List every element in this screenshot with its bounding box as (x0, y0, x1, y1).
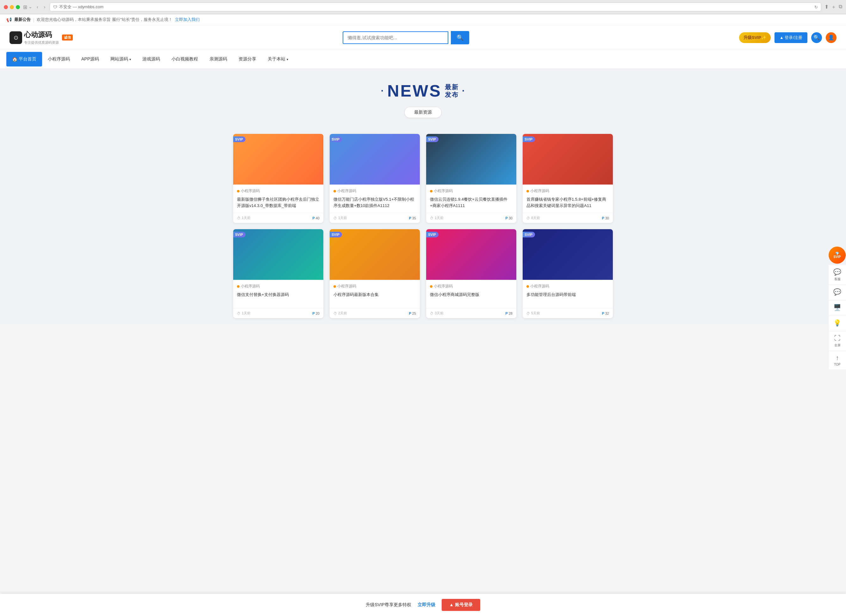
search-button[interactable]: 🔍 (451, 31, 469, 44)
clock-icon: ⏱ (333, 216, 337, 220)
sidebar-item-website[interactable]: 网站源码 ▾ (105, 52, 137, 66)
card-item[interactable]: SVIP 小程序源码 首席赚钱省钱专家小程序1.5.8+前端+修复商品和搜索关键… (523, 134, 613, 223)
card-body: 小程序源码 小程序源码最新版本合集 (330, 280, 420, 308)
login-register-button[interactable]: ▲ 登录/注册 (774, 32, 808, 43)
points-icon: P (312, 312, 314, 315)
card-category: 小程序源码 (430, 188, 513, 194)
card-category: 小程序源码 (333, 284, 416, 289)
clock-icon: ⏱ (237, 312, 241, 315)
card-category: 小程序源码 (237, 188, 320, 194)
category-dot (333, 285, 336, 288)
svip-badge: SVIP (233, 137, 245, 142)
points-icon: P (409, 216, 411, 220)
card-thumbnail: SVIP (233, 229, 323, 280)
sidebar-item-app[interactable]: APP源码 (76, 52, 105, 66)
category-label: 小程序源码 (337, 188, 356, 194)
announcement-link[interactable]: 立即加入我们 (175, 17, 200, 22)
svip-float-button[interactable]: 💎 SVIP (828, 247, 846, 264)
customer-service-button[interactable]: 💬 客服 (828, 265, 846, 285)
address-bar[interactable]: 🛡 不安全 — xdymbbs.com ↻ (50, 3, 821, 12)
announcement-badge: 最新公告 (14, 17, 31, 22)
card-time: ⏱ 2天前 (333, 311, 347, 316)
header-search-icon-button[interactable]: 🔍 (811, 32, 822, 43)
new-tab-icon[interactable]: ＋ (831, 4, 836, 10)
sidebar-item-tested[interactable]: 亲测源码 (204, 52, 233, 66)
card-item[interactable]: SVIP 小程序源码 多功能管理后台源码带前端 ⏱ 5天前 P 32 (523, 229, 613, 318)
card-item[interactable]: SVIP 小程序源码 最新版微信狮子鱼社区团购小程序去后门独立开源版v14.3.… (233, 134, 323, 223)
svip-badge: SVIP (330, 232, 342, 237)
card-body: 小程序源码 最新版微信狮子鱼社区团购小程序去后门独立开源版v14.3.0_带数据… (233, 185, 323, 213)
sidebar-item-miniprogram[interactable]: 小程序源码 (42, 52, 76, 66)
chevron-down-icon[interactable]: ⌄ (28, 4, 32, 10)
announcement-icon: 📢 (6, 17, 12, 22)
card-price: P 28 (505, 312, 513, 315)
card-title: 微信支付替换+支付换器源码 (237, 291, 320, 304)
sidebar-toggle-icon[interactable]: ⊞ (23, 4, 27, 10)
svip-upgrade-button[interactable]: 升级SVIP✨ (739, 32, 771, 43)
tabs-icon[interactable]: ⧉ (839, 4, 842, 10)
computer-button[interactable]: 🖥️ (828, 300, 846, 316)
card-item[interactable]: SVIP 小程序源码 微信支付替换+支付换器源码 ⏱ 1天前 P 20 (233, 229, 323, 318)
search-input[interactable] (343, 31, 448, 44)
light-button[interactable]: 💡 (828, 316, 846, 325)
maximize-button[interactable] (16, 5, 20, 9)
clock-icon: ⏱ (430, 312, 433, 315)
customer-service-label: 客服 (834, 277, 841, 281)
clock-icon: ⏱ (237, 216, 241, 220)
card-item[interactable]: SVIP 小程序源码 小程序源码最新版本合集 ⏱ 2天前 P 25 (330, 229, 420, 318)
svip-badge: SVIP (426, 232, 439, 237)
main-navigation: 🏠 平台首页 小程序源码 APP源码 网站源码 ▾ 游戏源码 小白视频教程 亲测… (0, 50, 846, 69)
card-title: 小程序源码最新版本合集 (333, 291, 416, 304)
card-price: P 32 (602, 312, 609, 315)
cards-section: SVIP 小程序源码 最新版微信狮子鱼社区团购小程序去后门独立开源版v14.3.… (0, 131, 846, 325)
card-time: ⏱ 3天前 (430, 311, 444, 316)
category-label: 小程序源码 (241, 284, 260, 289)
forward-button[interactable]: › (43, 4, 47, 10)
sidebar-item-video[interactable]: 小白视频教程 (166, 52, 204, 66)
security-icon: 🛡 (53, 5, 57, 9)
card-body: 小程序源码 微信小程序商城源码完整版 (426, 280, 516, 308)
tab-latest-resources[interactable]: 最新资源 (404, 107, 442, 118)
svip-badge: SVIP (330, 137, 342, 142)
logo-area: ⊙ 心动源码 专注提供优质源码资源 诚信 (9, 30, 73, 45)
points-icon: P (602, 312, 604, 315)
sidebar-item-game[interactable]: 游戏源码 (137, 52, 166, 66)
search-area: 🔍 (343, 31, 469, 44)
category-dot (237, 285, 239, 288)
card-category: 小程序源码 (237, 284, 320, 289)
back-button[interactable]: ‹ (35, 4, 40, 10)
hero-section: · NEWS 最新 发布 · 最新资源 (0, 69, 846, 131)
wechat-button[interactable]: 💬 (828, 285, 846, 300)
sidebar-item-resources[interactable]: 资源分享 (233, 52, 262, 66)
card-item[interactable]: SVIP 小程序源码 微信小程序商城源码完整版 ⏱ 3天前 P 28 (426, 229, 516, 318)
card-item[interactable]: SVIP 小程序源码 微信万能门店小程序独立版V5.1+不限制小程序生成数量+数… (330, 134, 420, 223)
computer-icon: 🖥️ (833, 304, 841, 311)
close-button[interactable] (4, 5, 8, 9)
hero-subtitle-1: 最新 (445, 83, 459, 91)
chevron-down-icon-2: ▾ (286, 57, 288, 61)
svip-badge: SVIP (523, 137, 535, 142)
card-category: 小程序源码 (430, 284, 513, 289)
user-avatar-button[interactable]: 👤 (826, 32, 837, 43)
card-item[interactable]: SVIP 小程序源码 微信云贝连锁1.9.4餐饮+云贝餐饮直播插件+商家小程序A… (426, 134, 516, 223)
category-label: 小程序源码 (241, 188, 260, 194)
logo[interactable]: ⊙ 心动源码 专注提供优质源码资源 (9, 30, 59, 45)
reload-icon[interactable]: ↻ (814, 5, 818, 9)
card-thumbnail: SVIP (330, 229, 420, 280)
card-body: 小程序源码 首席赚钱省钱专家小程序1.5.8+前端+修复商品和搜索关键词显示异常… (523, 185, 613, 213)
card-time: ⏱ 8天前 (526, 216, 540, 220)
card-footer: ⏱ 1天前 P 40 (233, 213, 323, 223)
clock-icon: ⏱ (333, 312, 337, 315)
minimize-button[interactable] (10, 5, 14, 9)
points-icon: P (602, 216, 604, 220)
sidebar-item-home[interactable]: 🏠 平台首页 (6, 52, 42, 66)
card-footer: ⏱ 1天前 P 35 (330, 213, 420, 223)
sidebar-item-about[interactable]: 关于本站 ▾ (262, 52, 294, 66)
share-icon[interactable]: ⬆ (824, 4, 828, 10)
card-time: ⏱ 1天前 (430, 216, 444, 220)
card-category: 小程序源码 (333, 188, 416, 194)
side-widgets: 💎 SVIP 💬 客服 💬 🖥️ 💡 ⛶ 全屏 ↑ TOP (828, 247, 846, 325)
card-title: 首席赚钱省钱专家小程序1.5.8+前端+修复商品和搜索关键词显示异常的问题A11 (526, 196, 609, 209)
points-icon: P (409, 312, 411, 315)
traffic-lights (4, 5, 20, 9)
